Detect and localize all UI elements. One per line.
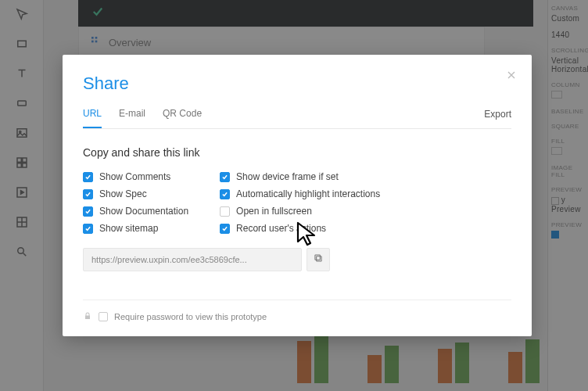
check-left-row[interactable]: Show Spec	[83, 188, 188, 199]
export-link[interactable]: Export	[484, 109, 511, 127]
tab-url[interactable]: URL	[83, 108, 102, 128]
check-left-label: Show Documentation	[99, 206, 188, 217]
password-checkbox[interactable]	[99, 312, 108, 321]
check-left-checkbox[interactable]	[83, 189, 93, 199]
cursor-icon	[296, 221, 319, 251]
check-right-label: Automatically highlight interactions	[236, 188, 380, 199]
check-right-row[interactable]: Open in fullscreen	[220, 206, 380, 217]
check-left-label: Show sitemap	[99, 223, 158, 234]
copy-button[interactable]	[307, 248, 330, 271]
password-label: Require password to view this prototype	[114, 312, 267, 321]
check-left-checkbox[interactable]	[83, 224, 93, 234]
check-left-row[interactable]: Show Comments	[83, 171, 188, 182]
share-url-field[interactable]: https://preview.uxpin.com/ee3c5869cfe...	[83, 248, 302, 271]
svg-rect-15	[317, 256, 321, 261]
check-right-row[interactable]: Automatically highlight interactions	[220, 188, 380, 199]
check-right-label: Show device frame if set	[236, 171, 339, 182]
lock-icon	[83, 311, 92, 322]
close-button[interactable]	[505, 69, 518, 84]
check-right-label: Open in fullscreen	[236, 206, 312, 217]
tab-qrcode[interactable]: QR Code	[163, 108, 202, 128]
check-left-checkbox[interactable]	[83, 172, 93, 182]
close-icon	[505, 70, 518, 84]
svg-rect-16	[315, 255, 320, 260]
copy-icon	[313, 253, 324, 267]
check-left-row[interactable]: Show Documentation	[83, 206, 188, 217]
share-modal: Share URL E-mail QR Code Export Copy and…	[63, 55, 532, 336]
check-left-label: Show Comments	[99, 171, 170, 182]
modal-title: Share	[83, 74, 511, 94]
check-right-checkbox[interactable]	[220, 189, 230, 199]
modal-subtitle: Copy and share this link	[83, 146, 511, 159]
check-right-row[interactable]: Show device frame if set	[220, 171, 380, 182]
check-left-label: Show Spec	[99, 188, 147, 199]
check-right-checkbox[interactable]	[220, 172, 230, 182]
check-right-checkbox[interactable]	[220, 206, 230, 217]
share-tabs: URL E-mail QR Code	[83, 108, 484, 128]
check-left-checkbox[interactable]	[83, 206, 93, 217]
tab-email[interactable]: E-mail	[119, 108, 145, 128]
check-right-checkbox[interactable]	[220, 224, 230, 234]
check-left-row[interactable]: Show sitemap	[83, 223, 188, 234]
